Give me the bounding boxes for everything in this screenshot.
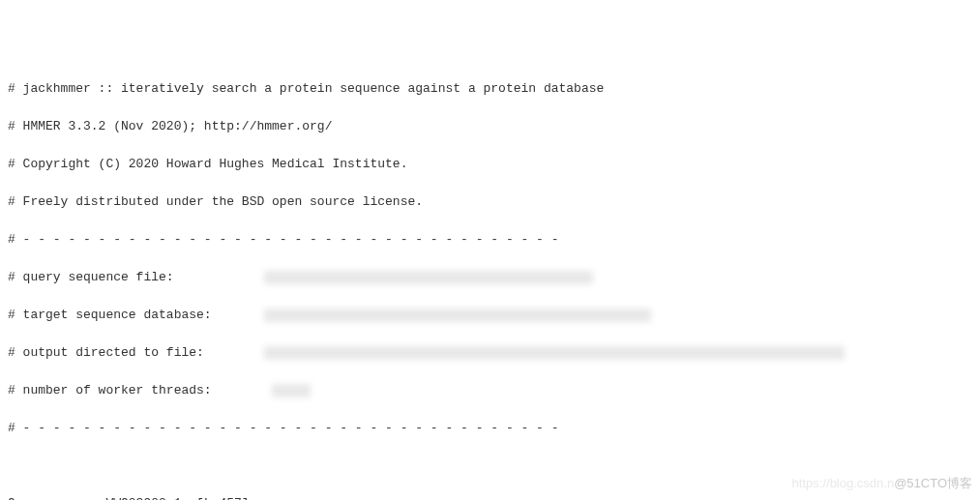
param-label: # target sequence database: [8, 308, 212, 322]
param-threads: # number of worker threads: xx [8, 381, 972, 400]
redacted-value: xx [272, 384, 311, 397]
separator: # - - - - - - - - - - - - - - - - - - - … [8, 230, 972, 250]
redacted-value: xxxxxxxxxx [264, 346, 845, 360]
param-label: # number of worker threads: [8, 383, 212, 397]
param-label: # output directed to file: [8, 345, 204, 360]
query-line: Query: VWQ03902.1 [L=457] [8, 494, 972, 500]
watermark-url: https://blog.csdn.n [792, 476, 895, 490]
redacted-value: xxxxxxxxxx [264, 309, 651, 322]
header-line: # jackhmmer :: iteratively search a prot… [8, 79, 972, 99]
watermark-text: @51CTO博客 [894, 476, 972, 490]
header-line: # Copyright (C) 2020 Howard Hughes Medic… [8, 155, 972, 174]
param-target-db: # target sequence database: xxxxxxxxxx [8, 306, 972, 325]
param-label: # query sequence file: [8, 270, 174, 284]
separator: # - - - - - - - - - - - - - - - - - - - … [8, 419, 972, 438]
param-output-file: # output directed to file: xxxxxxxxxx [8, 343, 972, 363]
watermark: https://blog.csdn.n@51CTO博客 [792, 474, 972, 493]
param-query-file: # query sequence file: xxxxxxxxxx [8, 268, 972, 287]
header-line: # HMMER 3.3.2 (Nov 2020); http://hmmer.o… [8, 117, 972, 136]
redacted-value: xxxxxxxxxx [264, 271, 593, 284]
header-line: # Freely distributed under the BSD open … [8, 192, 972, 212]
